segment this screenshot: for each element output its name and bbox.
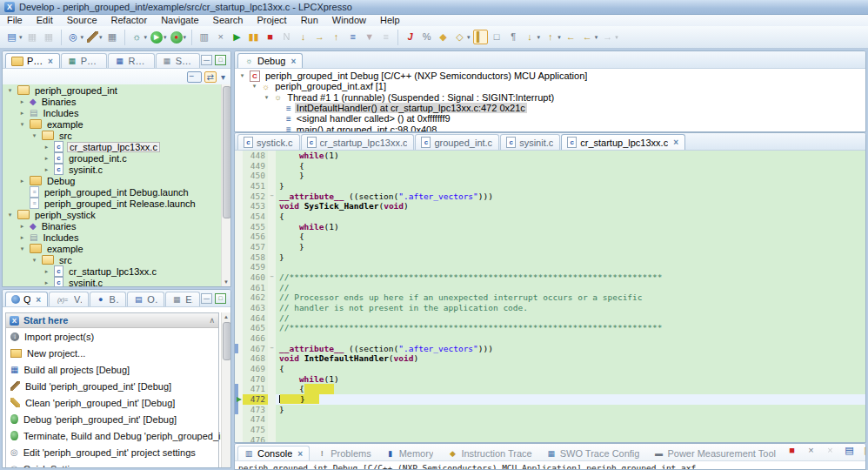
tab-projec[interactable]: Projec...× — [5, 53, 60, 68]
code-line[interactable]: 460−//**********************************… — [235, 272, 865, 283]
debug-tree-item[interactable]: ▾☼Thread #1 1 (runnable) (Suspended : Si… — [235, 92, 865, 103]
annotation-ruler[interactable] — [235, 323, 243, 333]
quickstart-action-import-project-s[interactable]: ↓Import project(s) — [6, 328, 218, 345]
scrollbar-thumb[interactable] — [223, 86, 230, 218]
annotation-ruler[interactable] — [235, 232, 243, 242]
project-tree-item[interactable]: ▸ccr_startup_lpc13xx.c — [3, 265, 230, 277]
quickstart-action-new-project[interactable]: New project... — [6, 345, 218, 361]
collapsed-arrow-icon[interactable]: ▸ — [43, 144, 50, 151]
code-text[interactable]: // — [276, 313, 865, 324]
project-tree-item[interactable]: ▸csysinit.c — [3, 164, 230, 175]
dropdown-arrow-icon[interactable]: ▾ — [144, 34, 148, 41]
annotation-ruler[interactable] — [235, 242, 243, 252]
annotation-ruler[interactable] — [235, 414, 243, 425]
code-text[interactable]: } — [276, 242, 865, 252]
annotation-ruler[interactable] — [235, 313, 243, 324]
dropdown-arrow-icon[interactable]: ▾ — [615, 34, 618, 41]
code-line[interactable]: 461// — [235, 283, 865, 293]
format-source-button[interactable]: ◇▾ — [452, 30, 471, 44]
project-tree-item[interactable]: ▸▤Includes — [3, 107, 230, 118]
dropdown-arrow-icon[interactable]: ▾ — [99, 34, 103, 41]
quickstart-action-quick-settings[interactable]: ◎Quick Settings... — [6, 460, 218, 468]
annotation-ruler[interactable] — [235, 303, 243, 313]
annotation-ruler[interactable] — [235, 191, 243, 202]
relaunch-button[interactable]: % — [419, 30, 434, 44]
project-tree-item[interactable]: ▸◆Binaries — [3, 96, 230, 107]
quickstart-action-build-all-projects-debug[interactable]: ▦Build all projects [Debug] — [6, 361, 218, 378]
close-icon[interactable]: × — [673, 138, 678, 147]
close-icon[interactable]: × — [290, 57, 296, 66]
code-line[interactable]: 469{ — [235, 364, 865, 374]
dropdown-arrow-icon[interactable]: ▾ — [164, 34, 167, 41]
disconnect-button[interactable]: × — [213, 30, 228, 44]
annotation-ruler[interactable] — [235, 292, 243, 303]
annotation-ruler[interactable] — [235, 364, 243, 374]
pin-console-button[interactable]: ▤ — [842, 443, 857, 458]
project-tree-item[interactable]: ▸Debug — [3, 175, 230, 186]
expanded-arrow-icon[interactable]: ▾ — [6, 212, 14, 218]
code-line[interactable]: 463// handler is not present in the appl… — [235, 303, 865, 313]
annotation-ruler[interactable] — [235, 425, 243, 435]
close-icon[interactable]: × — [297, 449, 303, 459]
expanded-arrow-icon[interactable]: ▾ — [30, 257, 38, 264]
code-text[interactable]: { — [276, 384, 865, 394]
tab-swo-trace-config[interactable]: ▦SWO Trace Config — [540, 446, 647, 460]
dropdown-arrow-icon[interactable]: ▾ — [19, 34, 23, 41]
code-line[interactable]: 471 { — [235, 384, 865, 394]
annotation-ruler[interactable] — [235, 262, 243, 272]
code-text[interactable] — [276, 435, 865, 443]
code-line[interactable]: 462// Processor ends up here if an unexp… — [235, 292, 865, 303]
code-line[interactable]: 465//***********************************… — [235, 323, 865, 333]
project-tree-item[interactable]: ▸ccr_startup_lpc13xx.c — [3, 141, 230, 152]
remove-launch-button[interactable]: × — [804, 443, 818, 458]
annotation-ruler[interactable] — [235, 151, 243, 161]
new-target-config-button[interactable]: ◎▾ — [66, 30, 85, 44]
collapsed-arrow-icon[interactable]: ▸ — [43, 268, 50, 275]
code-editor[interactable]: 448 while(1)449 {450 }451}452−__attribut… — [235, 151, 865, 442]
manage-build-configurations-button[interactable]: ▦ — [105, 30, 120, 44]
expanded-arrow-icon[interactable]: ▾ — [238, 72, 246, 79]
code-text[interactable]: //**************************************… — [276, 323, 865, 333]
code-line[interactable]: 451} — [235, 181, 865, 191]
new-button[interactable]: ▤▾ — [4, 30, 23, 44]
project-tree-item[interactable]: ▸▤Includes — [3, 232, 230, 243]
fold-marker-icon[interactable]: − — [268, 344, 276, 354]
annotation-ruler[interactable] — [235, 161, 243, 171]
debug-tree-item[interactable]: ≡IntDefaultHandler() at cr_startup_lpc13… — [235, 103, 865, 113]
quickstart-action-clean-periph-grouped-int-debug[interactable]: Clean 'periph_grouped_int' [Debug] — [6, 394, 218, 411]
annotation-ruler[interactable] — [235, 394, 243, 405]
expanded-arrow-icon[interactable]: ▾ — [250, 83, 258, 90]
annotation-ruler[interactable] — [235, 201, 243, 212]
code-line[interactable]: 453void SysTick_Handler(void) — [235, 201, 865, 212]
code-line[interactable]: 457 } — [235, 242, 865, 252]
annotation-ruler[interactable] — [235, 181, 243, 191]
code-text[interactable]: // — [276, 283, 865, 293]
tab-cr-startup-lpc13xx-c[interactable]: ccr_startup_lpc13xx.c — [301, 134, 415, 150]
tab-power-measurement-tool[interactable]: ▬Power Measurement Tool — [647, 446, 783, 460]
tab-problems[interactable]: !Problems — [310, 446, 377, 460]
suspend-button[interactable]: ▮▮ — [246, 30, 261, 44]
code-line[interactable]: 458} — [235, 252, 865, 263]
menu-help[interactable]: Help — [373, 15, 407, 26]
step-return-button[interactable]: ↑ — [329, 30, 344, 44]
collapsed-arrow-icon[interactable]: ▸ — [18, 110, 26, 117]
code-text[interactable]: { — [276, 161, 865, 171]
project-explorer-tree[interactable]: ▾periph_grouped_int▸◆Binaries▸▤Includes▾… — [3, 84, 230, 286]
tab-memory[interactable]: ▮Memory — [379, 446, 441, 460]
terminate-button[interactable]: ■ — [263, 30, 277, 44]
annotation-ruler[interactable] — [235, 435, 243, 443]
dropdown-arrow-icon[interactable]: ▾ — [558, 34, 561, 41]
code-line[interactable]: 474 — [235, 414, 865, 425]
dropdown-arrow-icon[interactable]: ▾ — [595, 34, 598, 41]
code-line[interactable]: 454{ — [235, 212, 865, 222]
link-with-editor-icon[interactable]: ⇄ — [204, 71, 217, 83]
code-line[interactable]: 467−__attribute__ ((section(".after_vect… — [235, 344, 865, 354]
expanded-arrow-icon[interactable]: ▾ — [263, 94, 270, 101]
resume-button[interactable]: ▶ — [230, 30, 244, 44]
maximize-icon[interactable]: □ — [215, 55, 226, 65]
code-line[interactable]: 472 } — [235, 394, 865, 405]
code-text[interactable]: } — [276, 405, 865, 415]
code-line[interactable]: 473} — [235, 405, 865, 415]
previous-annotation-button[interactable]: ↑▾ — [543, 30, 562, 44]
build-button[interactable]: ▾ — [86, 30, 103, 44]
